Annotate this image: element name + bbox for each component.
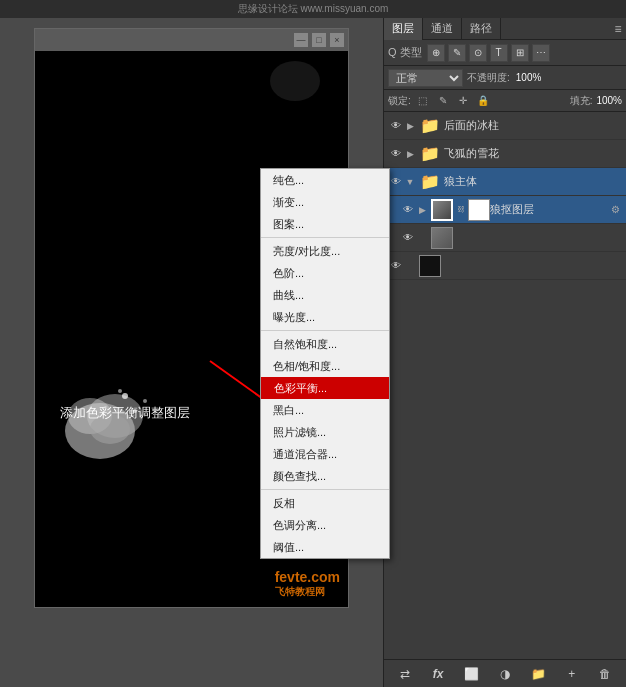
lock-position-btn[interactable]: ✛ [455, 93, 471, 109]
menu-item-channelmixer[interactable]: 通道混合器... [261, 443, 389, 465]
layer-name-2: 狼主体 [444, 174, 622, 189]
filter-icon-3[interactable]: ⊙ [469, 44, 487, 62]
svg-point-4 [122, 393, 128, 399]
blend-mode-dropdown[interactable]: 正常 [388, 69, 463, 87]
filter-icon-6[interactable]: ⋯ [532, 44, 550, 62]
layer-thumb-0: 📁 [419, 115, 441, 137]
layer-thumb-1: 📁 [419, 143, 441, 165]
layer-name-3: 狼抠图层 [490, 202, 608, 217]
opacity-label: 不透明度: [467, 71, 510, 85]
layer-thumb-3 [431, 199, 453, 221]
panel-tabs: 图层 通道 路径 ≡ [384, 18, 626, 40]
layer-item-3[interactable]: 👁 ▶ ⛓ 狼抠图层 ⚙ [384, 196, 626, 224]
layer-visibility-0[interactable]: 👁 [388, 118, 404, 134]
restore-button[interactable]: □ [312, 33, 326, 47]
layer-thumb-4 [431, 227, 453, 249]
annotation-text: 添加色彩平衡调整图层 [60, 404, 190, 422]
tab-paths[interactable]: 路径 [462, 18, 501, 40]
menu-item-photofilter[interactable]: 照片滤镜... [261, 421, 389, 443]
layer-thumb-5 [419, 255, 441, 277]
opacity-value: 100% [516, 72, 542, 83]
menu-item-solid[interactable]: 纯色... [261, 169, 389, 191]
menu-item-blackwhite[interactable]: 黑白... [261, 399, 389, 421]
layer-visibility-5[interactable]: 👁 [388, 258, 404, 274]
menu-item-brightness[interactable]: 亮度/对比度... [261, 240, 389, 262]
layer-expand-0[interactable]: ▶ [404, 118, 416, 134]
filter-icon-2[interactable]: ✎ [448, 44, 466, 62]
menu-item-invert[interactable]: 反相 [261, 492, 389, 514]
new-layer-btn[interactable]: + [561, 663, 583, 685]
close-button[interactable]: × [330, 33, 344, 47]
menu-item-levels[interactable]: 色阶... [261, 262, 389, 284]
svg-point-8 [270, 61, 320, 101]
filter-icon-5[interactable]: ⊞ [511, 44, 529, 62]
lock-label: 锁定: [388, 94, 411, 108]
layer-item-0[interactable]: 👁 ▶ 📁 后面的冰柱 [384, 112, 626, 140]
filter-icon-4[interactable]: T [490, 44, 508, 62]
menu-item-colorlookup[interactable]: 颜色查找... [261, 465, 389, 487]
layer-name-0: 后面的冰柱 [444, 118, 622, 133]
layer-chain-3: ⛓ [456, 199, 466, 221]
layer-item-5[interactable]: 👁 ▶ [384, 252, 626, 280]
layer-visibility-2[interactable]: 👁 [388, 174, 404, 190]
svg-point-7 [118, 389, 122, 393]
menu-item-exposure[interactable]: 曝光度... [261, 306, 389, 328]
menu-item-gradient[interactable]: 渐变... [261, 191, 389, 213]
lock-pixels-btn[interactable]: ✎ [435, 93, 451, 109]
layer-item-2[interactable]: 👁 ▼ 📁 狼主体 [384, 168, 626, 196]
menu-divider-2 [261, 330, 389, 331]
lock-transparency-btn[interactable]: ⬚ [415, 93, 431, 109]
tab-layers[interactable]: 图层 [384, 18, 423, 40]
layer-item-1[interactable]: 👁 ▶ 📁 飞狐的雪花 [384, 140, 626, 168]
link-layers-btn[interactable]: ⇄ [394, 663, 416, 685]
layer-item-4[interactable]: 👁 ▶ [384, 224, 626, 252]
minimize-button[interactable]: — [294, 33, 308, 47]
add-group-btn[interactable]: 📁 [527, 663, 549, 685]
layer-expand-1[interactable]: ▶ [404, 146, 416, 162]
menu-item-hsl[interactable]: 色相/饱和度... [261, 355, 389, 377]
add-mask-btn[interactable]: ⬜ [461, 663, 483, 685]
tab-channels[interactable]: 通道 [423, 18, 462, 40]
filter-label: Q 类型 [388, 45, 422, 60]
layer-expand-2[interactable]: ▼ [404, 174, 416, 190]
menu-item-posterize[interactable]: 色调分离... [261, 514, 389, 536]
layer-visibility-4[interactable]: 👁 [400, 230, 416, 246]
lock-row: 锁定: ⬚ ✎ ✛ 🔒 填充: 100% [384, 90, 626, 112]
layer-mask-3 [468, 199, 490, 221]
layer-visibility-1[interactable]: 👁 [388, 146, 404, 162]
delete-layer-btn[interactable]: 🗑 [594, 663, 616, 685]
fill-value: 100% [596, 95, 622, 106]
layer-name-1: 飞狐的雪花 [444, 146, 622, 161]
menu-divider-1 [261, 237, 389, 238]
layer-visibility-3[interactable]: 👁 [400, 202, 416, 218]
menu-item-pattern[interactable]: 图案... [261, 213, 389, 235]
menu-item-threshold[interactable]: 阈值... [261, 536, 389, 558]
watermark-bar: 思缘设计论坛 www.missyuan.com [0, 0, 626, 18]
menu-item-colorbalance[interactable]: 色彩平衡... [261, 377, 389, 399]
layers-filter-toolbar: Q 类型 ⊕ ✎ ⊙ T ⊞ ⋯ [384, 40, 626, 66]
layer-thumb-2: 📁 [419, 171, 441, 193]
layers-list: 👁 ▶ 📁 后面的冰柱 👁 ▶ 📁 飞狐的雪花 👁 ▼ 📁 狼主体 [384, 112, 626, 659]
blend-opacity-row: 正常 不透明度: 100% [384, 66, 626, 90]
lock-all-btn[interactable]: 🔒 [475, 93, 491, 109]
add-adjustment-btn[interactable]: ◑ [494, 663, 516, 685]
layer-options-3[interactable]: ⚙ [608, 203, 622, 217]
svg-point-6 [143, 399, 147, 403]
menu-divider-3 [261, 489, 389, 490]
fill-label: 填充: [570, 94, 593, 108]
context-menu: 纯色... 渐变... 图案... 亮度/对比度... 色阶... 曲线... … [260, 168, 390, 559]
menu-item-curves[interactable]: 曲线... [261, 284, 389, 306]
menu-item-vibrance[interactable]: 自然饱和度... [261, 333, 389, 355]
layer-expand-3[interactable]: ▶ [416, 202, 428, 218]
layers-bottom-toolbar: ⇄ fx ⬜ ◑ 📁 + 🗑 [384, 659, 626, 687]
fx-btn[interactable]: fx [427, 663, 449, 685]
filter-icon-1[interactable]: ⊕ [427, 44, 445, 62]
panel-menu-button[interactable]: ≡ [610, 21, 626, 37]
canvas-titlebar: — □ × [35, 29, 348, 51]
watermark-text: 思缘设计论坛 www.missyuan.com [238, 2, 389, 16]
layers-panel: 图层 通道 路径 ≡ Q 类型 ⊕ ✎ ⊙ T ⊞ ⋯ 正常 不透明度: [383, 18, 626, 687]
